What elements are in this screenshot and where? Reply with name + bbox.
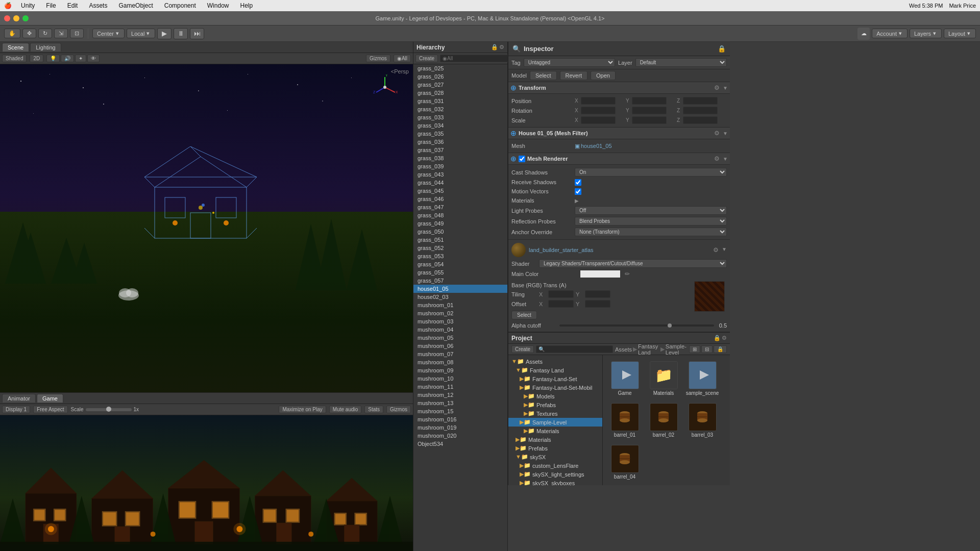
scene-view[interactable]: Y X Z <Persp — [0, 64, 413, 392]
hierarchy-item-grass_047[interactable]: grass_047 — [413, 203, 507, 211]
hierarchy-settings[interactable]: ⚙ — [499, 44, 504, 51]
two-col-btn[interactable]: ⊟ — [701, 345, 713, 353]
tree-item-skysx_light_settings[interactable]: ▶📁skySX_light_settings — [508, 470, 602, 479]
menu-edit[interactable]: Edit — [65, 2, 80, 9]
rot-x-input[interactable]: 0 — [581, 107, 616, 114]
hierarchy-item-grass_035[interactable]: grass_035 — [413, 130, 507, 138]
scale-x-input[interactable]: 1 — [581, 116, 616, 124]
hierarchy-item-mushroom_05[interactable]: mushroom_05 — [413, 334, 507, 342]
hierarchy-item-grass_034[interactable]: grass_034 — [413, 121, 507, 130]
tree-item-prefabs[interactable]: ▶📁Prefabs — [508, 400, 602, 409]
hierarchy-item-grass_051[interactable]: grass_051 — [413, 236, 507, 244]
shader-select[interactable]: Legacy Shaders/Transparent/Cutout/Diffus… — [539, 259, 727, 268]
local-dropdown[interactable]: Local▾ — [127, 29, 155, 38]
tree-item-materials[interactable]: ▶📁Materials — [508, 427, 602, 435]
tree-item-sample-level[interactable]: ▶📁Sample-Level — [508, 418, 602, 427]
menu-assets[interactable]: Assets — [87, 2, 109, 9]
mute-audio[interactable]: Mute audio — [329, 406, 361, 413]
hierarchy-item-grass_025[interactable]: grass_025 — [413, 64, 507, 72]
tiling-y[interactable]: 1 — [585, 290, 610, 298]
texture-select-btn[interactable]: Select — [511, 311, 537, 319]
scale-z-input[interactable]: 1 — [683, 116, 718, 124]
project-search-input[interactable] — [546, 346, 610, 352]
hierarchy-item-mushroom_15[interactable]: mushroom_15 — [413, 407, 507, 415]
main-color-swatch[interactable] — [580, 270, 621, 278]
hierarchy-item-grass_044[interactable]: grass_044 — [413, 179, 507, 187]
maximize-on-play[interactable]: Maximize on Play — [279, 406, 326, 413]
anchor-override-select[interactable]: None (Transform) — [575, 228, 727, 236]
hierarchy-item-mushroom_02[interactable]: mushroom_02 — [413, 309, 507, 317]
light-probes-select[interactable]: Off — [575, 206, 727, 215]
tab-animator[interactable]: Animator — [2, 394, 36, 403]
project-lock[interactable]: 🔒 — [714, 335, 721, 341]
tree-item-fantasy-land-set[interactable]: ▶📁Fantasy-Land-Set — [508, 374, 602, 383]
minimize-button[interactable] — [13, 15, 19, 21]
transform-tool-rect[interactable]: ⊡ — [70, 29, 84, 38]
receive-shadows-checkbox[interactable] — [575, 179, 581, 186]
stats-button[interactable]: Stats — [364, 406, 383, 413]
gizmos-button[interactable]: Gizmos — [366, 55, 390, 62]
hierarchy-item-grass_052[interactable]: grass_052 — [413, 244, 507, 252]
hierarchy-item-grass_046[interactable]: grass_046 — [413, 195, 507, 203]
tree-item-fantasy-land-set-mobil[interactable]: ▶📁Fantasy-Land-Set-Mobil — [508, 383, 602, 392]
revert-btn[interactable]: Revert — [560, 71, 587, 80]
tree-item-fantasy-land[interactable]: ▼📁Fantasy Land — [508, 366, 602, 374]
hierarchy-item-mushroom_06[interactable]: mushroom_06 — [413, 342, 507, 350]
cloud-button[interactable]: ☁ — [857, 28, 870, 40]
scene-view-icon[interactable]: 👁 — [87, 55, 100, 62]
gizmo-widget[interactable]: Y X Z — [372, 74, 398, 100]
hierarchy-item-grass_043[interactable]: grass_043 — [413, 170, 507, 179]
hierarchy-item-mushroom_11[interactable]: mushroom_11 — [413, 383, 507, 391]
hierarchy-item-grass_036[interactable]: grass_036 — [413, 138, 507, 146]
close-button[interactable] — [4, 15, 10, 21]
asset-barrel-04[interactable]: barrel_04 — [607, 443, 643, 482]
color-picker-icon[interactable]: ✏ — [625, 270, 630, 278]
fx-icon[interactable]: ✦ — [75, 55, 86, 62]
step-button[interactable]: ⏭ — [190, 28, 204, 39]
layers-dropdown[interactable]: Layers▾ — [910, 29, 942, 38]
hierarchy-item-grass_048[interactable]: grass_048 — [413, 211, 507, 219]
hierarchy-item-mushroom_12[interactable]: mushroom_12 — [413, 391, 507, 399]
tree-item-models[interactable]: ▶📁Models — [508, 392, 602, 400]
offset-x[interactable]: 0 — [548, 300, 574, 308]
apple-menu[interactable]: 🍎 — [4, 2, 12, 9]
lighting-icon[interactable]: 💡 — [46, 55, 60, 62]
center-dropdown[interactable]: Center▾ — [92, 29, 125, 38]
layout-dropdown[interactable]: Layout▾ — [944, 29, 976, 38]
asset-barrel-01[interactable]: barrel_01 — [607, 401, 643, 440]
transform-tool-move[interactable]: ✥ — [22, 29, 36, 38]
audio-icon[interactable]: 🔊 — [61, 55, 74, 62]
tiling-x[interactable]: 1 — [548, 290, 574, 298]
hierarchy-item-mushroom_01[interactable]: mushroom_01 — [413, 301, 507, 309]
tab-game[interactable]: Game — [37, 394, 63, 403]
rot-y-input[interactable]: 0 — [632, 107, 667, 114]
mesh-filter-header[interactable]: ⊕ House 01_05 (Mesh Filter) ⚙ ▼ — [508, 128, 730, 139]
hierarchy-item-mushroom_020[interactable]: mushroom_020 — [413, 432, 507, 440]
project-settings[interactable]: ⚙ — [722, 335, 727, 341]
hierarchy-item-mushroom_08[interactable]: mushroom_08 — [413, 358, 507, 366]
hierarchy-item-mushroom_03[interactable]: mushroom_03 — [413, 317, 507, 325]
cast-shadows-select[interactable]: On — [575, 168, 727, 177]
hierarchy-item-grass_031[interactable]: grass_031 — [413, 97, 507, 105]
mesh-renderer-enable[interactable] — [519, 156, 525, 162]
menu-gameobject[interactable]: GameObject — [116, 2, 155, 9]
tree-item-assets[interactable]: ▼📁Assets — [508, 357, 602, 366]
hierarchy-item-house01_05[interactable]: house01_05 — [413, 285, 507, 293]
hierarchy-item-grass_033[interactable]: grass_033 — [413, 113, 507, 121]
hierarchy-item-grass_057[interactable]: grass_057 — [413, 277, 507, 285]
transform-tool-rotate[interactable]: ↻ — [38, 29, 52, 38]
hierarchy-item-Object534[interactable]: Object534 — [413, 440, 507, 448]
maximize-button[interactable] — [22, 15, 29, 21]
material-gear[interactable]: ⚙ — [712, 246, 720, 254]
hierarchy-item-grass_054[interactable]: grass_054 — [413, 260, 507, 268]
scene-search[interactable]: ◉All — [394, 55, 411, 62]
alpha-knob[interactable] — [668, 323, 672, 328]
tab-scene[interactable]: Scene — [2, 43, 29, 52]
lock-btn[interactable]: 🔒 — [714, 345, 727, 353]
tree-item-skysx[interactable]: ▼📁skySX — [508, 453, 602, 461]
hierarchy-item-grass_032[interactable]: grass_032 — [413, 105, 507, 113]
breadcrumb-samplelevel[interactable]: Sample-Level — [666, 343, 687, 356]
hierarchy-lock[interactable]: 🔒 — [491, 44, 498, 51]
scale-y-input[interactable]: 1 — [632, 116, 667, 124]
hierarchy-item-grass_027[interactable]: grass_027 — [413, 81, 507, 89]
